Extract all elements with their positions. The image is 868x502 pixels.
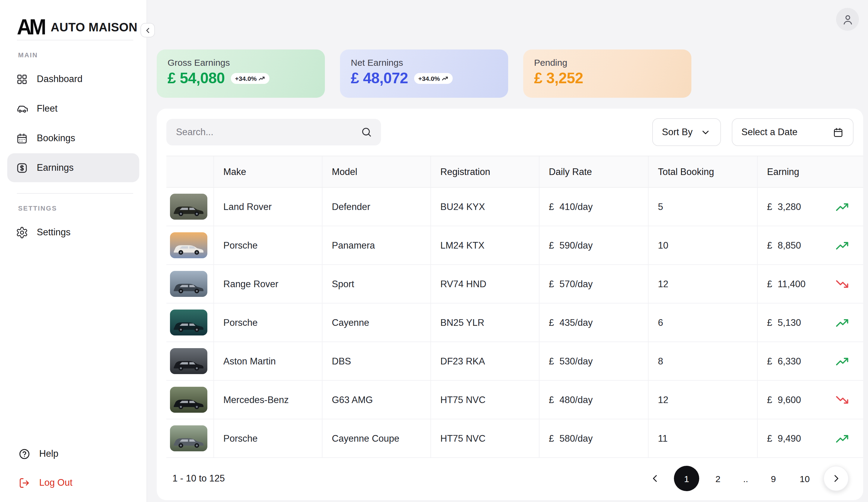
pagination-ellipsis[interactable]: .. [736, 466, 755, 491]
cell-total-booking: 12 [648, 380, 757, 419]
pagination-prev-button[interactable] [643, 466, 668, 491]
currency-symbol: £ [767, 279, 772, 289]
table-row: Land Rover Defender BU24 KYX £410/day 5 … [166, 187, 863, 226]
divider [17, 40, 133, 40]
stat-value: £ 54,080 [167, 69, 225, 87]
cell-model: Cayenne Coupe [322, 419, 431, 458]
table-row: Porsche Panamera LM24 KTX £590/day 10 £8… [166, 226, 863, 264]
earnings-panel: Sort By Select a Date Make Model [157, 109, 863, 500]
search-icon [360, 126, 373, 138]
car-image [172, 396, 205, 411]
car-thumbnail [170, 271, 207, 297]
pagination-page-9[interactable]: 9 [761, 466, 786, 491]
trend-down-icon [836, 279, 850, 289]
car-thumbnail [170, 425, 207, 451]
user-avatar-button[interactable] [836, 8, 859, 31]
badge-text: +34.0% [235, 74, 257, 82]
cell-make: Porsche [214, 419, 322, 458]
cell-registration: BU24 KYX [431, 187, 539, 226]
sidebar-collapse-button[interactable] [141, 23, 155, 37]
car-thumbnail [170, 387, 207, 413]
brand-name: AUTO MAISON [51, 20, 137, 34]
pagination: 1 - 10 to 125 1 2 .. 9 10 [157, 458, 863, 491]
currency-symbol: £ [767, 356, 772, 367]
sidebar-footer: Help Log Out [0, 439, 146, 497]
sort-by-dropdown[interactable]: Sort By [652, 118, 721, 146]
trend-up-icon [836, 240, 850, 250]
dollar-square-icon [16, 161, 28, 174]
car-image [172, 241, 205, 257]
car-image [172, 203, 205, 218]
currency-symbol: £ [767, 433, 772, 444]
sidebar: AM AUTO MAISON MAIN Dashboard Fleet Book… [0, 0, 147, 502]
cell-total-booking: 8 [648, 342, 757, 380]
currency-symbol: £ [767, 201, 772, 212]
car-image [172, 434, 205, 450]
sidebar-item-earnings[interactable]: Earnings [7, 153, 139, 182]
sidebar-item-bookings[interactable]: Bookings [7, 124, 139, 153]
cell-daily-rate: £530/day [549, 356, 648, 367]
pagination-pages: 1 2 .. 9 10 [643, 466, 849, 491]
sidebar-item-fleet[interactable]: Fleet [7, 94, 139, 123]
app: AM AUTO MAISON MAIN Dashboard Fleet Book… [0, 0, 868, 502]
trend-up-icon [836, 318, 850, 327]
cell-model: Panamera [322, 226, 431, 264]
currency-symbol: £ [549, 201, 554, 212]
cell-registration: DF23 RKA [431, 342, 539, 380]
cell-earning: £6,330 [767, 356, 863, 367]
table-header-row: Make Model Registration Daily Rate Total… [166, 156, 863, 187]
car-image [172, 319, 205, 334]
table-row: Mercedes-Benz G63 AMG HT75 NVC £480/day … [166, 380, 863, 419]
cell-registration: LM24 KTX [431, 226, 539, 264]
stat-trend-badge: +34.0% [414, 73, 453, 83]
logout-button[interactable]: Log Out [0, 468, 146, 497]
currency-symbol: £ [549, 317, 554, 328]
chevron-left-icon [650, 473, 661, 484]
cell-earning: £8,850 [767, 240, 863, 251]
sidebar-item-label: Bookings [37, 133, 75, 143]
sidebar-item-dashboard[interactable]: Dashboard [7, 64, 139, 93]
sidebar-item-label: Fleet [37, 103, 58, 114]
calendar-icon [16, 132, 28, 144]
cell-make: Land Rover [214, 187, 322, 226]
cell-daily-rate: £570/day [549, 279, 648, 289]
sidebar-item-settings[interactable]: Settings [7, 218, 139, 247]
search-input[interactable] [166, 119, 381, 145]
cell-registration: HT75 NVC [431, 380, 539, 419]
pagination-page-2[interactable]: 2 [705, 466, 731, 491]
column-header-registration: Registration [431, 156, 539, 187]
trend-up-icon [259, 76, 265, 81]
currency-symbol: £ [549, 356, 554, 367]
brand: AM AUTO MAISON [0, 0, 146, 40]
stat-trend-badge: +34.0% [231, 73, 269, 83]
stat-label: Net Earnings [351, 57, 497, 68]
date-picker-button[interactable]: Select a Date [732, 118, 854, 146]
trend-up-icon [836, 202, 850, 211]
stat-label: Pending [534, 57, 681, 68]
column-header-make: Make [214, 156, 322, 187]
section-label-settings: SETTINGS [18, 204, 146, 212]
column-header-thumbnail [166, 156, 214, 187]
cell-model: DBS [322, 342, 431, 380]
help-circle-icon [18, 448, 31, 460]
gear-icon [16, 226, 28, 239]
pagination-page-1[interactable]: 1 [674, 466, 699, 491]
calendar-icon [833, 127, 844, 138]
cell-model: Defender [322, 187, 431, 226]
cell-model: Cayenne [322, 303, 431, 342]
brand-logo: AM [17, 14, 44, 40]
pagination-next-button[interactable] [823, 466, 849, 491]
table-row: Porsche Cayenne BN25 YLR £435/day 6 £5,1… [166, 303, 863, 342]
help-button[interactable]: Help [0, 439, 146, 468]
sidebar-item-label: Settings [37, 227, 71, 238]
help-label: Help [39, 448, 59, 459]
currency-symbol: £ [549, 279, 554, 289]
cell-earning: £5,130 [767, 317, 863, 328]
table-row: Aston Martin DBS DF23 RKA £530/day 8 £6,… [166, 342, 863, 380]
cell-earning: £11,400 [767, 279, 863, 289]
stats-row: Gross Earnings £ 54,080 +34.0% Net Earni… [157, 50, 691, 98]
pagination-page-10[interactable]: 10 [792, 466, 817, 491]
sidebar-item-label: Dashboard [37, 74, 83, 84]
currency-symbol: £ [767, 317, 772, 328]
car-thumbnail [170, 310, 207, 335]
